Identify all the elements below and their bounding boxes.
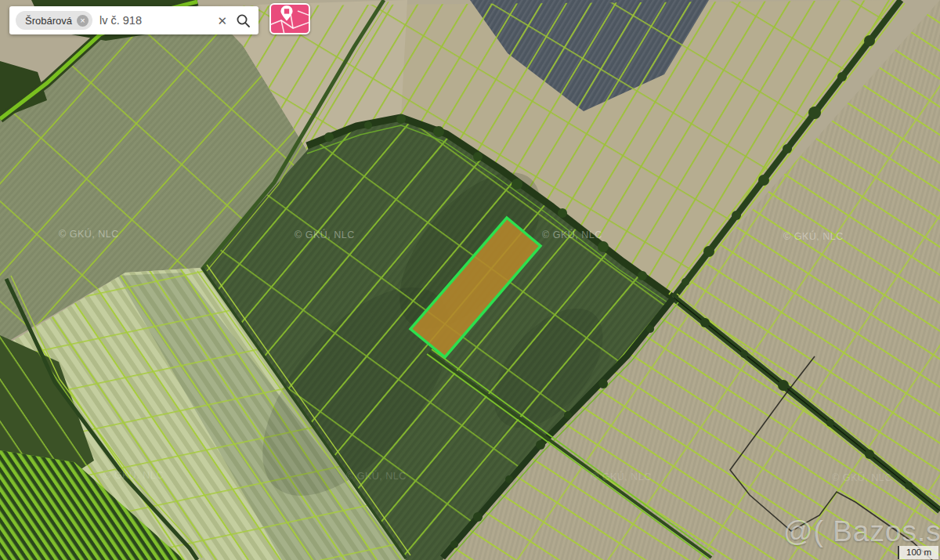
map-style-icon	[271, 5, 309, 33]
clear-search-icon[interactable]: ✕	[215, 15, 229, 27]
search-input[interactable]	[98, 13, 210, 27]
search-button[interactable]	[234, 13, 252, 28]
search-icon	[236, 13, 251, 28]
map-scale-bar: 100 m	[898, 546, 938, 559]
map-viewport[interactable]	[0, 0, 940, 560]
satellite-map-svg	[0, 0, 940, 560]
location-chip[interactable]: Šrobárová ×	[16, 11, 92, 30]
search-bar: Šrobárová × ✕	[9, 6, 258, 34]
cadastral-map-app: © GKÚ, NLC © GKÚ, NLC © GKÚ, NLC © GKÚ, …	[0, 0, 940, 560]
map-style-button[interactable]	[269, 3, 310, 34]
chip-remove-icon[interactable]: ×	[77, 15, 89, 27]
location-chip-label: Šrobárová	[25, 15, 72, 27]
